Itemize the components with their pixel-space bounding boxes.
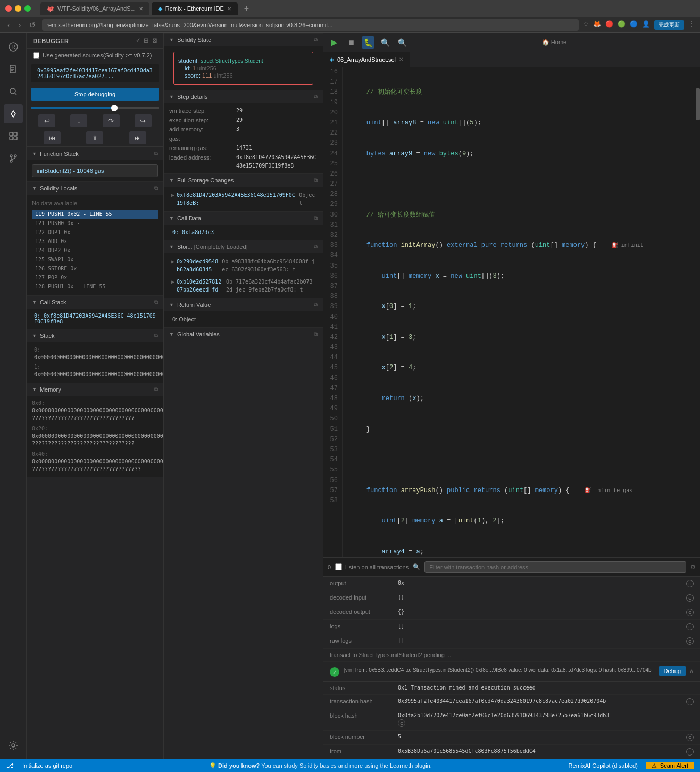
full-storage-section[interactable]: ▼ Full Storage Changes ⧉ [164, 173, 323, 187]
tx-hash-copy-btn[interactable]: ⊙ [686, 698, 694, 705]
sidebar-icon-debug[interactable] [4, 104, 23, 123]
bookmark-icon[interactable]: ☆ [583, 20, 589, 30]
global-vars-section[interactable]: ▼ Global Variables ⧉ [164, 327, 323, 341]
run-button[interactable]: ▶ [328, 36, 340, 49]
stack-section[interactable]: ▼ Stack ⧉ [27, 329, 163, 342]
solidity-locals-section[interactable]: ▼ Solidity Locals ⧉ [27, 181, 163, 195]
from-row: from 0x5B38Da6a701c5685545dCfc803Fc8875f… [323, 745, 700, 759]
maximize-button[interactable] [24, 5, 31, 12]
forward-button[interactable]: › [16, 21, 23, 29]
tab-close-icon[interactable]: ✕ [227, 6, 231, 12]
listen-toggle: 0 [328, 564, 331, 570]
step-into-btn[interactable]: ↓ [70, 114, 87, 127]
stack-copy-icon[interactable]: ⧉ [154, 333, 158, 339]
storage-section[interactable]: ▼ Stor... [Completely Loaded] ⧉ [164, 240, 323, 253]
solidity-locals-copy-icon[interactable]: ⧉ [154, 185, 158, 192]
memory-title: Memory [40, 386, 151, 393]
url-input[interactable] [42, 19, 579, 31]
step-over-btn[interactable]: ↷ [103, 114, 120, 127]
tab-remix[interactable]: ◆ Remix - Ethereum IDE ✕ [152, 2, 238, 15]
output-copy-btn[interactable]: ⊙ [686, 580, 694, 587]
function-stack-copy-icon[interactable]: ⧉ [154, 151, 158, 157]
debug-badge[interactable]: Debug [659, 666, 686, 676]
scam-alert[interactable]: ⚠ Scam Alert [646, 762, 694, 769]
expand-icon[interactable]: ⊠ [152, 37, 157, 44]
ext-icon-3[interactable]: 🔵 [630, 20, 638, 30]
tx-notif-content: from: 0x5B3...eddC4 to: StructTypes.init… [355, 667, 652, 673]
call-data-section[interactable]: ▼ Call Data ⧉ [164, 211, 323, 225]
minimize-button[interactable] [15, 5, 21, 12]
menu-icon[interactable]: ⋮ [688, 20, 695, 30]
listen-checkbox[interactable] [335, 563, 342, 570]
profile-icon[interactable]: 👤 [642, 20, 650, 30]
file-tab-sol[interactable]: ◈ 06_ArrayAndStruct.sol ✕ [323, 52, 410, 67]
block-hash-copy-btn[interactable]: ⊙ [398, 719, 405, 727]
sidebar-icon-plugins[interactable] [4, 127, 23, 146]
step-back-btn[interactable]: ↩ [38, 114, 55, 127]
traffic-lights [5, 5, 31, 12]
memory-copy-icon[interactable]: ⧉ [154, 386, 158, 393]
sidebar-icon-settings[interactable] [4, 736, 23, 755]
block-number-copy-btn[interactable]: ⊙ [686, 734, 694, 741]
global-vars-copy-icon[interactable]: ⧉ [314, 331, 318, 337]
first-step-btn[interactable]: ⏮ [44, 131, 61, 144]
refresh-button[interactable]: ↺ [27, 21, 38, 29]
tab-close-icon[interactable]: ✕ [139, 6, 143, 12]
decoded-input-copy-btn[interactable]: ⊙ [686, 594, 694, 602]
sidebar-icon-files[interactable] [4, 60, 23, 79]
decoded-output-copy-btn[interactable]: ⊙ [686, 609, 694, 616]
debug-slider-fill [31, 107, 114, 109]
global-vars-title: Global Variables [177, 331, 311, 337]
jump-out-btn[interactable]: ⇧ [86, 131, 103, 144]
tx-notif-vm: [vm] [344, 667, 355, 673]
generated-sources-checkbox[interactable] [33, 52, 39, 59]
sidebar-icon-search[interactable] [4, 82, 23, 101]
call-stack-section[interactable]: ▼ Call Stack ⧉ [27, 295, 163, 309]
tab-bar: 🐙 WTF-Solidity/06_ArrayAndS... ✕ ◆ Remix… [40, 2, 695, 15]
close-button[interactable] [5, 5, 12, 12]
metamask-icon[interactable]: 🦊 [593, 20, 601, 30]
warning-icon: ⚠ [652, 762, 657, 769]
status-git-label[interactable]: Initialize as git repo [22, 762, 72, 769]
raw-logs-copy-btn[interactable]: ⊙ [686, 637, 694, 645]
new-tab-button[interactable]: + [240, 4, 249, 13]
stop-button[interactable]: ⏹ [345, 36, 357, 49]
ext-icon-2[interactable]: 🟢 [618, 20, 626, 30]
update-button[interactable]: 完成更新 [654, 20, 684, 30]
settings-icon[interactable]: ⚙ [690, 563, 696, 570]
zoom-out-btn[interactable]: 🔍 [379, 36, 391, 49]
layout-icon[interactable]: ⊟ [144, 37, 149, 44]
step-details-section[interactable]: ▼ Step details ⧉ [164, 90, 323, 103]
tab-github[interactable]: 🐙 WTF-Solidity/06_ArrayAndS... ✕ [40, 2, 149, 15]
full-storage-copy-icon[interactable]: ⧉ [314, 177, 318, 184]
code-area[interactable]: 16 17 18 19 20 21 22 23 24 25 26 27 28 2… [323, 67, 700, 557]
step-details-copy-icon[interactable]: ⧉ [314, 94, 318, 100]
stop-debug-button[interactable]: Stop debugging [31, 88, 159, 101]
return-value-copy-icon[interactable]: ⧉ [314, 302, 318, 308]
function-stack-section[interactable]: ▼ Function Stack ⧉ [27, 147, 163, 160]
memory-section[interactable]: ▼ Memory ⧉ [27, 383, 163, 396]
solidity-state-copy-icon[interactable]: ⧉ [314, 37, 318, 43]
from-copy-btn[interactable]: ⊙ [686, 748, 694, 756]
zoom-in-btn[interactable]: 🔍 [396, 36, 409, 49]
solidity-state-section[interactable]: ▼ Solidity State ⧉ [164, 33, 323, 46]
home-tab[interactable]: 🏠 Home [413, 39, 696, 46]
step-forward-btn[interactable]: ↪ [135, 114, 152, 127]
debug-mode-button[interactable]: 🐛 [362, 36, 374, 49]
back-button[interactable]: ‹ [5, 21, 12, 29]
sidebar-icon-git[interactable] [4, 149, 23, 168]
filter-input[interactable] [424, 561, 686, 573]
expand-notif-icon[interactable]: ∧ [689, 668, 694, 675]
tx-hash: 0x3995aaf2fe4034417cea167af0cd470da32436… [31, 64, 159, 82]
return-value-section[interactable]: ▼ Return Value ⧉ [164, 298, 323, 311]
debug-slider-thumb[interactable] [111, 105, 118, 111]
last-step-btn[interactable]: ⏭ [129, 131, 146, 144]
ext-icon-1[interactable]: 🔴 [605, 20, 613, 30]
scroll-gutter[interactable] [695, 67, 700, 557]
logs-copy-btn[interactable]: ⊙ [686, 623, 694, 630]
storage-copy-icon[interactable]: ⧉ [314, 244, 318, 250]
sidebar-icon-home[interactable]: R [4, 37, 23, 56]
call-stack-copy-icon[interactable]: ⧉ [154, 299, 158, 305]
file-tab-close-icon[interactable]: ✕ [399, 56, 403, 62]
call-data-copy-icon[interactable]: ⧉ [314, 215, 318, 221]
